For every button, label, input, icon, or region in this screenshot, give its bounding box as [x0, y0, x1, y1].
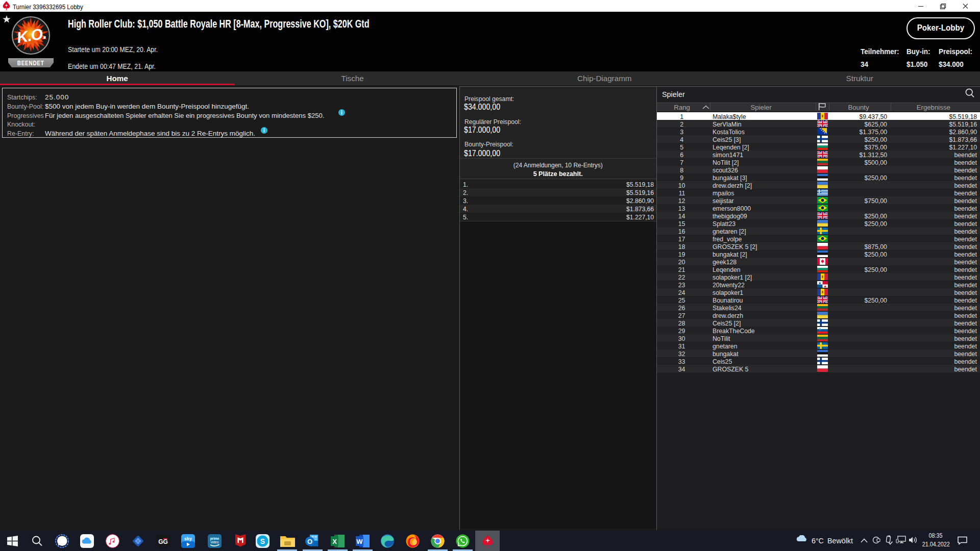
svg-text:O: O — [307, 538, 312, 545]
svg-text:sky: sky — [184, 536, 192, 541]
svg-text:W: W — [356, 538, 363, 545]
svg-text:X: X — [332, 538, 337, 545]
svg-text:video: video — [211, 540, 219, 544]
svg-text:S: S — [260, 537, 265, 545]
